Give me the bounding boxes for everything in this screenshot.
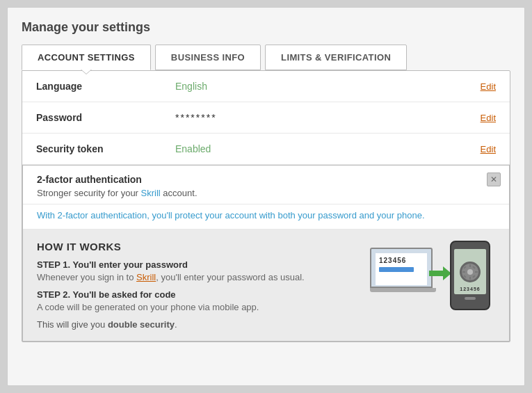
svg-rect-9 [472,275,475,278]
step2-desc: A code will be generated on your phone v… [37,302,363,312]
tabs-bar: ACCOUNT SETTINGS BUSINESS INFO LIMITS & … [22,45,510,70]
settings-rows: Language English Edit Password ******** … [22,71,510,165]
svg-rect-3 [469,277,471,280]
svg-rect-2 [469,264,471,267]
phone-screen: 123456 [454,249,486,294]
svg-point-1 [467,269,473,275]
step1-title: STEP 1. You'll enter your password [37,259,363,270]
svg-rect-8 [463,275,466,278]
two-factor-subtitle: Stronger security for your Skrill accoun… [37,188,495,198]
security-token-edit-button[interactable]: Edit [481,144,496,154]
phone-button [465,297,476,300]
step2-title: STEP 2. You'll be asked for code [37,289,363,300]
language-edit-button[interactable]: Edit [481,81,496,92]
laptop-screen: 123456 [370,248,433,288]
arrow-icon [429,265,450,282]
svg-rect-7 [472,266,475,268]
two-factor-section: 2-factor authentication Stronger securit… [22,165,510,342]
svg-rect-5 [475,271,478,273]
double-security-note: This will give you double security. [37,319,363,330]
password-edit-button[interactable]: Edit [481,113,496,123]
security-token-row: Security token Enabled Edit [22,134,510,164]
page-title: Manage your settings [22,20,510,35]
gear-icon [460,262,481,282]
laptop-screen-inner: 123456 [376,253,427,285]
two-factor-link-text: With 2-factor authentication, you'll pro… [23,204,509,230]
screen-bar [379,267,414,272]
illustration: 123456 [370,241,495,324]
svg-rect-6 [463,266,466,268]
close-button[interactable]: ✕ [487,173,501,186]
phone-body: 123456 [450,241,490,310]
how-it-works-box: HOW IT WORKS STEP 1. You'll enter your p… [23,230,509,341]
two-factor-title: 2-factor authentication [37,174,495,185]
tab-limits-verification[interactable]: LIMITS & VERIFICATION [265,45,407,70]
security-token-value: Enabled [175,143,481,154]
skrill-link-2[interactable]: Skrill [136,272,156,282]
tab-business-info[interactable]: BUSINESS INFO [155,45,261,70]
svg-rect-4 [462,271,465,273]
language-value: English [175,81,481,92]
content-area: Language English Edit Password ******** … [22,70,510,342]
password-value: ******** [175,112,481,123]
phone-icon: 123456 [450,241,495,317]
screen-code: 123456 [379,257,406,264]
password-label: Password [36,112,175,123]
how-it-works-text: HOW IT WORKS STEP 1. You'll enter your p… [37,241,363,330]
step1-desc: Whenever you sign in to Skrill, you'll e… [37,272,363,282]
phone-code: 123456 [460,287,480,291]
password-highlight: password [318,210,357,220]
language-label: Language [36,81,175,92]
security-token-label: Security token [36,143,175,154]
how-it-works-title: HOW IT WORKS [37,241,363,252]
phone-highlight: phone [397,210,422,220]
language-row: Language English Edit [22,71,510,102]
password-row: Password ******** Edit [22,102,510,134]
skrill-link-1[interactable]: Skrill [141,188,161,198]
tab-account-settings[interactable]: ACCOUNT SETTINGS [22,45,151,70]
settings-container: Manage your settings ACCOUNT SETTINGS BU… [7,7,525,386]
two-factor-header: 2-factor authentication Stronger securit… [23,166,509,204]
laptop-base [370,288,436,292]
svg-marker-0 [429,266,451,280]
